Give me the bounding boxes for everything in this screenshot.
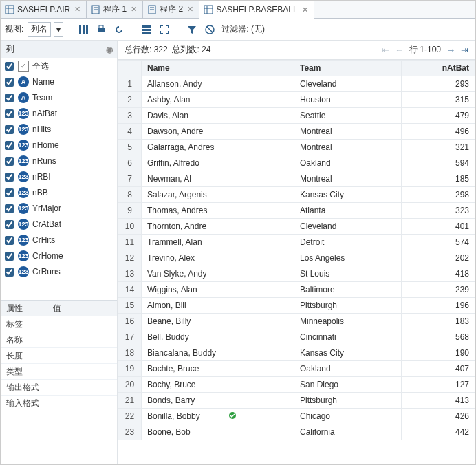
close-icon[interactable]: ✕ bbox=[302, 6, 308, 14]
cell-name[interactable]: Allanson, Andy bbox=[142, 76, 294, 92]
table-row[interactable]: 12Trevino, AlexLos Angeles202 bbox=[118, 250, 475, 266]
cell-name[interactable]: Trevino, Alex bbox=[142, 250, 294, 266]
cell-name[interactable]: Ashby, Alan bbox=[142, 92, 294, 108]
cell-natbat[interactable]: 568 bbox=[402, 329, 475, 345]
cell-team[interactable]: Cincinnati bbox=[294, 329, 401, 345]
cell-name[interactable]: Newman, Al bbox=[142, 171, 294, 187]
grid-scroll[interactable]: NameTeamnAtBat1Allanson, AndyCleveland29… bbox=[118, 60, 475, 464]
table-row[interactable]: 5Galarraga, AndresMontreal321 bbox=[118, 140, 475, 155]
table-row[interactable]: 18Biancalana, BuddyKansas City190 bbox=[118, 345, 475, 361]
table-row[interactable]: 1Allanson, AndyCleveland293 bbox=[118, 76, 475, 92]
cell-team[interactable]: California bbox=[294, 424, 401, 440]
table-row[interactable]: 22Bonilla, BobbyChicago426 bbox=[118, 409, 475, 424]
column-row-CrRuns[interactable]: 123CrRuns bbox=[1, 264, 117, 280]
column-row-CrHome[interactable]: 123CrHome bbox=[1, 248, 117, 264]
tab-1[interactable]: 程序 1✕ bbox=[87, 1, 143, 18]
col-header-nAtBat[interactable]: nAtBat bbox=[402, 61, 475, 76]
close-icon[interactable]: ✕ bbox=[74, 5, 80, 14]
column-row-nRuns[interactable]: 123nRuns bbox=[1, 153, 117, 169]
column-checkbox[interactable] bbox=[5, 125, 14, 134]
view-select-dropdown[interactable]: ▾ bbox=[54, 22, 63, 37]
refresh-icon[interactable] bbox=[111, 22, 127, 37]
table-row[interactable]: 19Bochte, BruceOakland407 bbox=[118, 361, 475, 377]
cell-natbat[interactable]: 442 bbox=[402, 424, 475, 440]
cell-team[interactable]: Baltimore bbox=[294, 282, 401, 298]
column-row-nRBI[interactable]: 123nRBI bbox=[1, 169, 117, 185]
column-checkbox[interactable] bbox=[5, 204, 14, 213]
table-row[interactable]: 11Trammell, AlanDetroit574 bbox=[118, 235, 475, 250]
cell-name[interactable]: Biancalana, Buddy bbox=[142, 345, 294, 361]
column-checkbox[interactable] bbox=[5, 252, 14, 261]
column-row-nHome[interactable]: 123nHome bbox=[1, 138, 117, 153]
table-row[interactable]: 3Davis, AlanSeattle479 bbox=[118, 108, 475, 124]
cell-team[interactable]: Montreal bbox=[294, 124, 401, 140]
column-checkbox[interactable] bbox=[5, 220, 14, 229]
cell-name[interactable]: Wiggins, Alan bbox=[142, 282, 294, 298]
column-checkbox[interactable] bbox=[5, 173, 14, 182]
column-checkbox[interactable] bbox=[5, 188, 14, 197]
cell-name[interactable]: Trammell, Alan bbox=[142, 235, 294, 250]
cell-team[interactable]: Atlanta bbox=[294, 203, 401, 219]
prop-row[interactable]: 输出格式 bbox=[1, 380, 117, 396]
cell-natbat[interactable]: 323 bbox=[402, 203, 475, 219]
prop-row[interactable]: 类型 bbox=[1, 364, 117, 380]
cell-name[interactable]: Bell, Buddy bbox=[142, 329, 294, 345]
table-row[interactable]: 10Thornton, AndreCleveland401 bbox=[118, 219, 475, 235]
cell-name[interactable]: Thornton, Andre bbox=[142, 219, 294, 235]
cell-name[interactable]: Beane, Billy bbox=[142, 314, 294, 329]
cell-team[interactable]: Chicago bbox=[294, 409, 401, 424]
cell-natbat[interactable]: 479 bbox=[402, 108, 475, 124]
tab-2[interactable]: 程序 2✕ bbox=[143, 1, 199, 18]
cell-natbat[interactable]: 315 bbox=[402, 92, 475, 108]
prop-row[interactable]: 标签 bbox=[1, 316, 117, 332]
cell-natbat[interactable]: 293 bbox=[402, 76, 475, 92]
cell-team[interactable]: Houston bbox=[294, 92, 401, 108]
cell-team[interactable]: Montreal bbox=[294, 140, 401, 155]
filter-icon[interactable] bbox=[184, 22, 199, 37]
column-checkbox[interactable] bbox=[5, 94, 14, 102]
cell-team[interactable]: Los Angeles bbox=[294, 250, 401, 266]
last-page-icon[interactable]: ⇥ bbox=[461, 45, 468, 55]
cell-name[interactable]: Boone, Bob bbox=[142, 424, 294, 440]
cell-name[interactable]: Galarraga, Andres bbox=[142, 140, 294, 155]
cell-name[interactable]: Bochte, Bruce bbox=[142, 361, 294, 377]
print-icon[interactable] bbox=[94, 22, 109, 37]
cell-team[interactable]: Oakland bbox=[294, 361, 401, 377]
cell-name[interactable]: Almon, Bill bbox=[142, 298, 294, 314]
rows-icon[interactable] bbox=[139, 22, 154, 37]
table-row[interactable]: 17Bell, BuddyCincinnati568 bbox=[118, 329, 475, 345]
clear-filter-icon[interactable] bbox=[202, 22, 217, 37]
cell-natbat[interactable]: 594 bbox=[402, 155, 475, 171]
column-checkbox[interactable] bbox=[5, 109, 14, 118]
cell-name[interactable]: Bonds, Barry bbox=[142, 393, 294, 409]
table-row[interactable]: 15Almon, BillPittsburgh196 bbox=[118, 298, 475, 314]
cell-team[interactable]: Oakland bbox=[294, 155, 401, 171]
cell-team[interactable]: Pittsburgh bbox=[294, 393, 401, 409]
cell-name[interactable]: Griffin, Alfredo bbox=[142, 155, 294, 171]
column-row-CrHits[interactable]: 123CrHits bbox=[1, 232, 117, 248]
cell-team[interactable]: Kansas City bbox=[294, 187, 401, 203]
prop-row[interactable]: 长度 bbox=[1, 348, 117, 364]
cell-name[interactable]: Davis, Alan bbox=[142, 108, 294, 124]
first-page-icon[interactable]: ⇤ bbox=[382, 45, 389, 55]
cell-team[interactable]: St Louis bbox=[294, 266, 401, 282]
select-all-row[interactable]: ✓全选 bbox=[1, 58, 117, 74]
cell-name[interactable]: Bochy, Bruce bbox=[142, 377, 294, 393]
table-row[interactable]: 21Bonds, BarryPittsburgh413 bbox=[118, 393, 475, 409]
cell-team[interactable]: Cleveland bbox=[294, 76, 401, 92]
cell-natbat[interactable]: 196 bbox=[402, 298, 475, 314]
cell-natbat[interactable]: 202 bbox=[402, 250, 475, 266]
col-header-Name[interactable]: Name bbox=[142, 61, 294, 76]
tab-0[interactable]: SASHELP.AIR✕ bbox=[1, 1, 87, 18]
tab-3[interactable]: SASHELP.BASEBALL✕ bbox=[199, 1, 314, 19]
cell-team[interactable]: Pittsburgh bbox=[294, 298, 401, 314]
cell-team[interactable]: Cleveland bbox=[294, 219, 401, 235]
table-row[interactable]: 9Thomas, AndresAtlanta323 bbox=[118, 203, 475, 219]
close-icon[interactable]: ✕ bbox=[131, 5, 137, 14]
columns-icon[interactable] bbox=[76, 22, 91, 37]
table-row[interactable]: 14Wiggins, AlanBaltimore239 bbox=[118, 282, 475, 298]
cell-natbat[interactable]: 183 bbox=[402, 314, 475, 329]
cell-team[interactable]: Montreal bbox=[294, 171, 401, 187]
collapse-icon[interactable]: ◉ bbox=[106, 45, 113, 54]
column-checkbox[interactable] bbox=[5, 236, 14, 245]
